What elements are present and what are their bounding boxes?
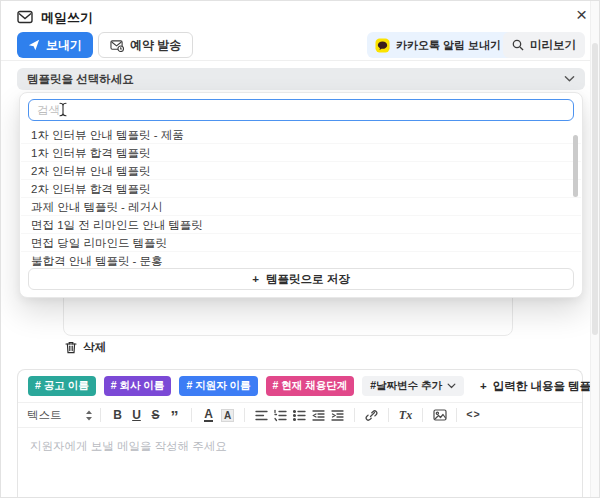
toolbar-divider	[388, 408, 389, 422]
image-button[interactable]	[430, 404, 449, 426]
template-option[interactable]: 2차 인터뷰 안내 템플릿	[21, 162, 581, 180]
delete-button[interactable]: 삭제	[65, 340, 106, 355]
underline-button[interactable]: U	[127, 404, 146, 426]
unordered-list-button[interactable]	[290, 404, 309, 426]
close-icon[interactable]: ×	[576, 3, 587, 27]
send-icon	[28, 39, 40, 51]
toolbar-divider	[354, 408, 355, 422]
code-button[interactable]: <>	[464, 404, 483, 426]
updown-icon	[85, 410, 93, 421]
chevron-down-icon	[564, 75, 575, 83]
send-button[interactable]: 보내기	[17, 32, 93, 58]
template-option[interactable]: 면접 1일 전 리마인드 안내 템플릿	[21, 216, 581, 234]
toolbar-divider	[100, 408, 101, 422]
variable-chips-row: # 공고 이름 # 회사 이름 # 지원자 이름 # 현재 채용단계 #날짜변수…	[18, 370, 582, 403]
toolbar-divider	[244, 408, 245, 422]
highlight-color-button[interactable]: A	[221, 409, 234, 422]
mail-body-input[interactable]: 지원자에게 보낼 메일을 작성해 주세요	[18, 428, 582, 465]
search-icon	[512, 39, 524, 51]
template-option[interactable]: 과제 안내 템플릿 - 레거시	[21, 198, 581, 216]
preview-button[interactable]: 미리보기	[503, 32, 585, 58]
toolbar-divider	[191, 408, 192, 422]
schedule-send-button[interactable]: 예약 발송	[98, 32, 193, 58]
save-as-template-button[interactable]: + 템플릿으로 저장	[28, 268, 574, 290]
chip-company-name[interactable]: # 회사 이름	[104, 376, 172, 396]
outdent-button[interactable]	[309, 404, 328, 426]
strikethrough-button[interactable]: S	[146, 404, 165, 426]
kakaotalk-icon	[375, 38, 390, 53]
header-divider	[1, 60, 591, 61]
save-content-as-template-button[interactable]: + 입력한 내용을 템플릿으로 저장	[480, 379, 600, 394]
text-style-select[interactable]: 텍스트	[27, 408, 93, 423]
toolbar-divider	[422, 408, 423, 422]
template-option-list: 1차 인터뷰 안내 템플릿 - 제품 1차 인터뷰 합격 템플릿 2차 인터뷰 …	[21, 126, 581, 270]
dropdown-scrollbar-thumb[interactable]	[573, 135, 578, 197]
kakao-toggle-label: 카카오톡 알림 보내기	[396, 38, 501, 53]
text-color-button[interactable]: A	[204, 408, 213, 422]
chip-posting-name[interactable]: # 공고 이름	[28, 376, 96, 396]
template-option[interactable]: 1차 인터뷰 안내 템플릿 - 제품	[21, 126, 581, 144]
link-button[interactable]	[362, 404, 381, 426]
schedule-mail-icon	[110, 39, 124, 52]
chevron-down-icon	[447, 383, 456, 389]
ordered-list-button[interactable]	[271, 404, 290, 426]
editor-placeholder: 지원자에게 보낼 메일을 작성해 주세요	[30, 439, 570, 454]
clear-format-button[interactable]: Tx	[396, 404, 415, 426]
chip-current-stage[interactable]: # 현재 채용단계	[266, 376, 355, 396]
mail-compose-modal: 메일쓰기 × 보내기 예약 발송 카카오톡 알림 보내기	[0, 0, 600, 498]
mail-editor-panel: # 공고 이름 # 회사 이름 # 지원자 이름 # 현재 채용단계 #날짜변수…	[17, 369, 583, 498]
window-scrollbar-thumb[interactable]	[592, 43, 598, 335]
page-title: 메일쓰기	[41, 9, 93, 27]
align-button[interactable]	[252, 404, 271, 426]
chip-applicant-name[interactable]: # 지원자 이름	[179, 376, 257, 396]
toolbar-divider	[456, 408, 457, 422]
template-search-input[interactable]: 검색	[28, 99, 574, 121]
template-option[interactable]: 면접 당일 리마인드 템플릿	[21, 234, 581, 252]
template-option[interactable]: 2차 인터뷰 합격 템플릿	[21, 180, 581, 198]
bold-button[interactable]: B	[108, 404, 127, 426]
trash-icon	[65, 341, 77, 354]
blockquote-button[interactable]: ”	[165, 404, 184, 426]
indent-button[interactable]	[328, 404, 347, 426]
template-option[interactable]: 1차 인터뷰 합격 템플릿	[21, 144, 581, 162]
template-dropdown: 검색 1차 인터뷰 안내 템플릿 - 제품 1차 인터뷰 합격 템플릿 2차 인…	[19, 92, 583, 298]
mail-icon	[17, 10, 33, 24]
add-date-variable-dropdown[interactable]: #날짜변수 추가	[362, 376, 464, 396]
search-placeholder: 검색	[37, 103, 60, 118]
window-scrollbar[interactable]	[590, 1, 599, 498]
plus-icon: +	[252, 273, 259, 285]
plus-icon: +	[480, 380, 487, 392]
template-select[interactable]: 템플릿을 선택하세요	[17, 68, 585, 90]
editor-toolbar: 텍스트 B U S ” A A	[18, 403, 582, 428]
